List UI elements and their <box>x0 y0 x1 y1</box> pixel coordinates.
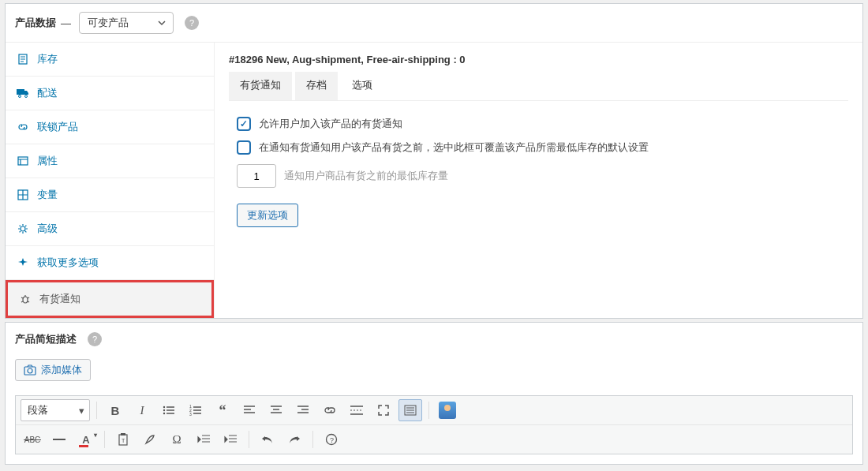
special-char-button[interactable]: Ω <box>165 428 189 450</box>
inner-tab-options[interactable]: 选项 <box>341 72 383 100</box>
product-type-select[interactable]: 可变产品 <box>79 12 174 34</box>
tab-more-options[interactable]: 获取更多选项 <box>6 246 214 280</box>
numbered-list-button[interactable]: 123 <box>184 399 208 421</box>
min-stock-input[interactable] <box>237 164 276 188</box>
svg-point-11 <box>163 409 165 411</box>
min-stock-hint: 通知用户商品有货之前的最低库存量 <box>284 169 448 183</box>
svg-text:3: 3 <box>189 412 192 416</box>
list-icon <box>17 155 29 166</box>
option-allow-join-row: 允许用户加入该产品的有货通知 <box>215 112 862 136</box>
outdent-button[interactable] <box>192 428 215 450</box>
add-media-label: 添加媒体 <box>41 363 82 377</box>
product-data-body: 库存 配送 联锁产品 属性 变量 高级 <box>6 43 862 318</box>
chevron-down-icon: ▾ <box>79 405 84 417</box>
tab-label: 获取更多选项 <box>37 256 99 270</box>
link-icon <box>17 121 29 133</box>
grid-icon <box>17 189 29 200</box>
variation-title: #18296 New, Aug-shipment, Free-air-shipp… <box>215 43 862 72</box>
tab-label: 高级 <box>37 222 58 236</box>
strikethrough-button[interactable]: ABC <box>21 428 44 450</box>
dash: — <box>61 17 71 29</box>
format-select[interactable]: 段落 ▾ <box>21 399 90 421</box>
help-icon[interactable]: ? <box>88 332 102 346</box>
chevron-down-icon: ▾ <box>94 432 97 439</box>
indent-button[interactable] <box>219 428 242 450</box>
update-options-button[interactable]: 更新选项 <box>237 204 298 227</box>
svg-rect-1 <box>17 89 24 95</box>
add-media-button[interactable]: 添加媒体 <box>15 359 91 381</box>
tab-stock-notification[interactable]: 有货通知 <box>6 280 214 318</box>
truck-icon <box>17 88 29 98</box>
tab-linked-products[interactable]: 联锁产品 <box>6 110 214 144</box>
short-description-title: 产品简短描述 <box>15 332 77 346</box>
align-right-button[interactable] <box>291 399 315 421</box>
svg-rect-4 <box>18 157 28 165</box>
tab-variations[interactable]: 变量 <box>6 178 214 212</box>
toolbar-toggle-button[interactable] <box>398 399 422 421</box>
hr-button[interactable] <box>47 428 71 450</box>
bold-button[interactable]: B <box>103 399 127 421</box>
svg-point-10 <box>163 406 165 408</box>
toolbar-row-2: ABC A▾ T Ω ? <box>16 424 852 454</box>
product-data-title: 产品数据 <box>15 16 56 30</box>
svg-text:T: T <box>122 438 125 443</box>
redo-button[interactable] <box>282 428 306 450</box>
camera-icon <box>24 364 36 376</box>
undo-button[interactable] <box>256 428 279 450</box>
option-min-stock-row: 通知用户商品有货之前的最低库存量 <box>215 159 862 193</box>
tab-label: 有货通知 <box>39 292 80 306</box>
allow-join-checkbox[interactable] <box>237 117 251 131</box>
svg-point-2 <box>19 95 21 98</box>
read-more-button[interactable] <box>345 399 369 421</box>
inner-tab-archive[interactable]: 存档 <box>295 72 338 100</box>
editor-toolbar: 段落 ▾ B I 123 “ ABC <box>15 395 853 454</box>
product-tabs: 库存 配送 联锁产品 属性 变量 高级 <box>6 43 215 318</box>
tab-label: 属性 <box>37 154 58 168</box>
product-data-content: #18296 New, Aug-shipment, Free-air-shipp… <box>215 43 862 318</box>
allow-join-label: 允许用户加入该产品的有货通知 <box>259 117 402 131</box>
document-icon <box>17 54 29 65</box>
user-icon[interactable] <box>436 399 459 421</box>
chevron-down-icon <box>157 18 166 28</box>
override-min-checkbox[interactable] <box>237 140 251 155</box>
inner-tab-notify[interactable]: 有货通知 <box>229 72 292 100</box>
tab-shipping[interactable]: 配送 <box>6 77 214 110</box>
link-button[interactable] <box>318 399 342 421</box>
tab-label: 配送 <box>37 86 58 100</box>
option-override-row: 在通知有货通知用户该产品有货之前，选中此框可覆盖该产品所需最低库存的默认设置 <box>215 136 862 159</box>
inner-tabs: 有货通知 存档 选项 <box>229 72 848 101</box>
paste-text-button[interactable]: T <box>111 428 135 450</box>
align-left-button[interactable] <box>238 399 261 421</box>
gear-icon <box>17 223 29 234</box>
blockquote-button[interactable]: “ <box>211 399 234 421</box>
short-description-header: 产品简短描述 ? <box>6 323 862 353</box>
tab-attributes[interactable]: 属性 <box>6 144 214 178</box>
tab-label: 库存 <box>37 52 58 66</box>
toolbar-row-1: 段落 ▾ B I 123 “ <box>16 396 852 424</box>
bug-icon <box>19 293 32 305</box>
override-min-label: 在通知有货通知用户该产品有货之前，选中此框可覆盖该产品所需最低库存的默认设置 <box>259 140 649 155</box>
fullscreen-button[interactable] <box>372 399 395 421</box>
clear-formatting-button[interactable] <box>138 428 162 450</box>
svg-point-3 <box>25 95 28 98</box>
keyboard-help-button[interactable]: ? <box>320 428 343 450</box>
tab-label: 变量 <box>37 188 58 202</box>
tab-advanced[interactable]: 高级 <box>6 212 214 246</box>
text-color-button[interactable]: A▾ <box>74 428 98 450</box>
tab-inventory[interactable]: 库存 <box>6 43 214 77</box>
svg-point-7 <box>23 297 28 303</box>
align-center-button[interactable] <box>264 399 288 421</box>
svg-text:?: ? <box>330 436 334 444</box>
italic-button[interactable]: I <box>130 399 154 421</box>
svg-point-12 <box>163 413 165 414</box>
bullet-list-button[interactable] <box>157 399 181 421</box>
svg-point-6 <box>21 226 25 231</box>
editor: 段落 ▾ B I 123 “ ABC <box>15 395 853 454</box>
svg-rect-18 <box>121 433 125 435</box>
product-data-header: 产品数据 — 可变产品 ? <box>6 4 862 43</box>
svg-point-9 <box>28 368 32 373</box>
help-icon[interactable]: ? <box>185 16 199 30</box>
product-type-value: 可变产品 <box>88 16 129 30</box>
tab-label: 联锁产品 <box>37 120 78 134</box>
product-data-panel: 产品数据 — 可变产品 ? 库存 配送 联锁产品 <box>5 3 863 319</box>
